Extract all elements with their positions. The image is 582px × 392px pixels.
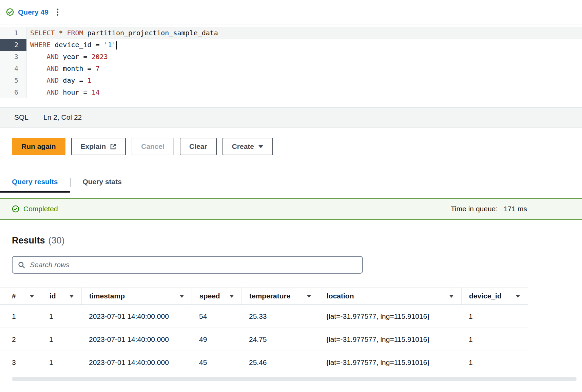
cell-timestamp: 2023-07-01 14:40:00.000 (81, 358, 192, 367)
filter-arrow-icon[interactable] (516, 295, 520, 298)
sql-text (30, 53, 46, 61)
cell-device-id: 1 (461, 335, 528, 344)
cell-location: {lat=-31.977577, lng=115.91016} (319, 335, 461, 344)
sql-keyword: AND (46, 64, 59, 73)
cell-id: 1 (42, 312, 81, 320)
status-check-icon (12, 205, 19, 213)
clear-button[interactable]: Clear (180, 138, 217, 155)
results-count: (30) (48, 235, 65, 246)
cell-index: 1 (0, 312, 42, 320)
search-rows-box (12, 256, 363, 274)
code-line[interactable]: AND hour = 14 (27, 86, 582, 98)
time-in-queue-value: 171 ms (504, 205, 527, 213)
table-row: 2 1 2023-07-01 14:40:00.000 49 24.75 {la… (0, 328, 528, 351)
filter-arrow-icon[interactable] (179, 295, 184, 298)
line-number: 5 (0, 75, 27, 86)
create-button[interactable]: Create (222, 138, 273, 155)
results-table: # id timestamp speed temperature locatio… (0, 287, 582, 381)
cell-speed: 54 (192, 312, 241, 320)
kebab-menu-icon (57, 8, 59, 16)
cell-temperature: 25.46 (241, 358, 319, 367)
query-tab-menu-button[interactable] (54, 6, 61, 18)
line-number: 4 (0, 63, 27, 75)
filter-arrow-icon[interactable] (449, 295, 454, 298)
sql-text (30, 64, 46, 73)
code-line[interactable]: SELECT * FROM partition_projection_sampl… (27, 27, 582, 39)
run-again-label: Run again (21, 142, 56, 151)
sql-keyword: AND (46, 76, 59, 84)
cell-temperature: 24.75 (241, 335, 319, 344)
cancel-button: Cancel (132, 138, 174, 155)
caret-down-icon (258, 145, 264, 148)
table-row: 3 1 2023-07-01 14:40:00.000 45 25.46 {la… (0, 351, 528, 374)
line-number: 1 (0, 27, 27, 39)
sql-number: 2023 (92, 53, 108, 61)
sql-text (30, 76, 46, 84)
editor-line: 6 AND hour = 14 (0, 86, 582, 98)
filter-arrow-icon[interactable] (69, 295, 74, 298)
sql-keyword: FROM (67, 29, 83, 37)
results-title: Results (12, 235, 45, 246)
tab-query-stats[interactable]: Query stats (71, 178, 134, 193)
filter-arrow-icon[interactable] (307, 295, 311, 298)
search-rows-input[interactable] (29, 260, 357, 269)
column-header-device-id: device_id (461, 288, 528, 305)
sql-text: year = (59, 53, 91, 61)
table-header-row: # id timestamp speed temperature locatio… (0, 287, 528, 305)
code-line[interactable]: AND day = 1 (27, 75, 582, 86)
tab-query-stats-label: Query stats (82, 178, 122, 185)
column-header-location: location (319, 288, 461, 305)
cursor-position-label: Ln 2, Col 22 (43, 113, 82, 121)
editor-line: 5 AND day = 1 (0, 75, 582, 86)
run-again-button[interactable]: Run again (12, 138, 65, 155)
cell-id: 1 (42, 335, 81, 344)
sql-keyword: SELECT (30, 29, 55, 37)
sql-keyword: WHERE (30, 41, 51, 49)
editor-line: 2 WHERE device_id = '1' (0, 39, 582, 51)
sql-text: device_id = (51, 41, 104, 49)
line-number-active: 2 (0, 39, 27, 51)
cell-index: 3 (0, 358, 42, 367)
results-header: Results (30) (0, 235, 582, 246)
external-link-icon (110, 143, 116, 150)
code-line[interactable]: AND month = 7 (27, 63, 582, 75)
create-label: Create (232, 142, 254, 151)
text-cursor (116, 41, 117, 50)
sql-text: day = (59, 76, 87, 84)
sql-text: * (55, 29, 67, 37)
clear-label: Clear (189, 142, 207, 151)
sql-text: month = (59, 64, 95, 73)
horizontal-scrollbar[interactable] (12, 377, 577, 381)
print-margin-ruler (363, 24, 363, 107)
query-tab-bar: Query 49 (0, 0, 582, 24)
results-tab-bar: Query results Query stats (0, 178, 582, 193)
cell-index: 2 (0, 335, 42, 344)
editor-language-label: SQL (14, 113, 28, 121)
cell-speed: 45 (192, 358, 241, 367)
search-icon (18, 261, 25, 269)
code-line[interactable]: AND year = 2023 (27, 51, 582, 63)
code-line[interactable]: WHERE device_id = '1' (27, 39, 582, 51)
sql-text: hour = (59, 88, 91, 96)
cell-temperature: 25.33 (241, 312, 319, 320)
query-actions-toolbar: Run again Explain Cancel Clear Create (0, 128, 582, 155)
sql-editor[interactable]: 1 SELECT * FROM partition_projection_sam… (0, 24, 582, 107)
column-header-index: # (0, 288, 42, 305)
editor-status-bar: SQL Ln 2, Col 22 (0, 107, 582, 128)
column-header-id: id (42, 288, 81, 305)
cell-timestamp: 2023-07-01 14:40:00.000 (81, 312, 192, 320)
cell-location: {lat=-31.977577, lng=115.91016} (319, 358, 461, 367)
filter-arrow-icon[interactable] (229, 295, 234, 298)
explain-button[interactable]: Explain (71, 138, 126, 155)
query-tab-title: Query 49 (18, 8, 48, 16)
banner-status: Completed (12, 205, 58, 213)
sql-keyword: AND (46, 88, 59, 96)
sql-number: 7 (96, 64, 100, 73)
cell-speed: 49 (192, 335, 241, 344)
editor-line: 3 AND year = 2023 (0, 51, 582, 63)
cell-timestamp: 2023-07-01 14:40:00.000 (81, 335, 192, 344)
tab-query-results[interactable]: Query results (0, 178, 70, 193)
sql-string: '1' (104, 41, 116, 49)
filter-arrow-icon[interactable] (30, 295, 34, 298)
query-tab[interactable]: Query 49 (6, 8, 48, 16)
